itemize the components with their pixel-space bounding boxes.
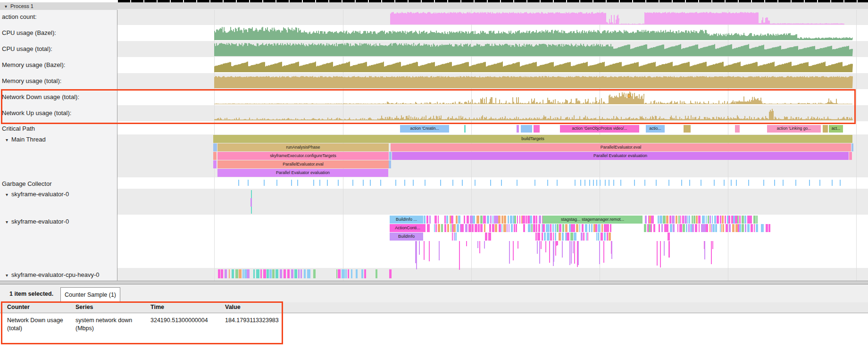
evaluator2-chip[interactable] — [742, 216, 744, 224]
evaluator2-chip[interactable] — [522, 216, 525, 224]
gc-tick[interactable] — [319, 180, 320, 186]
cpu-heavy-chip[interactable] — [263, 269, 266, 278]
gc-tick[interactable] — [634, 180, 635, 186]
cpu-heavy-chip[interactable] — [338, 269, 341, 278]
evaluator2-chip[interactable] — [699, 224, 700, 232]
evaluator2-chip[interactable] — [745, 224, 746, 232]
evaluator2-chip[interactable] — [651, 216, 654, 224]
evaluator2-chip[interactable] — [492, 224, 494, 232]
gc-tick[interactable] — [517, 180, 517, 186]
track-label-main-thread[interactable]: ▾Main Thread — [6, 136, 46, 143]
evaluator2-chip[interactable] — [483, 216, 485, 224]
cpu-heavy-chip[interactable] — [356, 269, 358, 278]
evaluator2-chip[interactable] — [501, 216, 503, 224]
evaluator2-chip[interactable] — [753, 216, 756, 224]
gc-tick[interactable] — [413, 180, 414, 186]
evaluator2-chip[interactable] — [604, 224, 607, 232]
critical-path-slice[interactable]: actio... — [646, 125, 665, 133]
evaluator2-chip[interactable] — [747, 224, 750, 232]
selected-sample-marker[interactable] — [627, 94, 631, 98]
evaluator2-chip[interactable] — [446, 216, 448, 224]
evaluator2-chip[interactable] — [526, 216, 527, 224]
evaluator2-chip[interactable] — [487, 216, 489, 224]
track-label-cpu-usage-total-[interactable]: CPU usage (total): — [2, 45, 52, 52]
main-thread-slice[interactable] — [213, 152, 217, 160]
evaluator2-chip[interactable] — [720, 224, 721, 232]
gc-tick[interactable] — [819, 180, 820, 186]
evaluator2-chip[interactable] — [503, 224, 506, 232]
gc-tick[interactable] — [681, 180, 682, 186]
evaluator2-chip[interactable] — [509, 224, 509, 232]
cpu-heavy-chip[interactable] — [348, 269, 349, 278]
evaluator2-chip[interactable] — [711, 224, 712, 232]
evaluator2-chip[interactable] — [438, 216, 439, 224]
evaluator2-chip[interactable] — [478, 224, 480, 232]
evaluator2-chip[interactable] — [550, 224, 551, 232]
main-thread-slice[interactable]: skyframeExecutor.configureTargets — [217, 152, 389, 160]
evaluator2-chip[interactable] — [519, 216, 520, 224]
cpu-heavy-chip[interactable] — [280, 269, 282, 278]
evaluator2-chip[interactable] — [492, 216, 493, 224]
cpu-heavy-chip[interactable] — [239, 269, 242, 278]
evaluator2-chip[interactable] — [687, 216, 688, 224]
evaluator2-chip[interactable] — [659, 216, 662, 224]
cpu-heavy-chip[interactable] — [267, 269, 269, 278]
evaluator2-chip[interactable] — [456, 216, 458, 224]
gc-tick[interactable] — [452, 180, 453, 186]
critical-path-slice[interactable]: action 'Linking go... — [767, 125, 821, 133]
gc-tick[interactable] — [547, 180, 548, 186]
main-thread-slice[interactable] — [851, 143, 853, 151]
evaluator2-chip[interactable] — [559, 233, 561, 241]
evaluator2-chip[interactable] — [434, 224, 435, 232]
gc-tick[interactable] — [748, 180, 749, 186]
evaluator2-chip[interactable] — [706, 216, 707, 224]
evaluator2-chip[interactable] — [737, 216, 739, 224]
evaluator2-slice[interactable]: ActionConti... — [390, 224, 426, 232]
main-thread-slice[interactable]: runAnalysisPhase — [217, 143, 389, 151]
evaluator2-chip[interactable] — [567, 233, 569, 241]
evaluator2-chip[interactable] — [533, 224, 535, 232]
evaluator2-chip[interactable] — [668, 233, 670, 241]
evaluator2-chip[interactable] — [703, 224, 706, 232]
track-label-memory-usage-bazel-[interactable]: Memory usage (Bazel): — [2, 61, 65, 68]
evaluator2-chip[interactable] — [582, 224, 584, 232]
gc-tick[interactable] — [327, 180, 328, 186]
evaluator2-chip[interactable] — [435, 224, 437, 232]
evaluator2-chip[interactable] — [536, 224, 537, 232]
evaluator2-chip[interactable] — [658, 216, 659, 224]
cpu-heavy-chip[interactable] — [272, 269, 275, 278]
evaluator2-chip[interactable] — [476, 216, 479, 224]
evaluator2-chip[interactable] — [735, 216, 737, 224]
evaluator2-chip[interactable] — [686, 224, 687, 232]
evaluator2-chip[interactable] — [610, 224, 611, 232]
gc-tick[interactable] — [714, 180, 715, 186]
evaluator2-chip[interactable] — [702, 216, 705, 224]
gc-tick[interactable] — [380, 180, 381, 186]
cpu-heavy-chip[interactable] — [389, 269, 392, 278]
track-row-band[interactable] — [117, 268, 868, 281]
cpu-heavy-chip[interactable] — [221, 269, 223, 278]
evaluator2-chip[interactable] — [729, 224, 731, 232]
gc-tick[interactable] — [763, 180, 764, 186]
cpu-heavy-chip[interactable] — [287, 269, 290, 278]
evaluator2-chip[interactable] — [722, 216, 724, 224]
evaluator1-slice[interactable] — [250, 198, 252, 207]
gc-tick[interactable] — [425, 180, 426, 186]
gc-tick[interactable] — [736, 180, 737, 186]
evaluator2-chip[interactable] — [508, 216, 509, 224]
gc-tick[interactable] — [609, 180, 609, 186]
critical-path-slice[interactable] — [521, 125, 532, 133]
evaluator2-chip[interactable] — [607, 224, 609, 232]
evaluator2-chip[interactable] — [659, 224, 660, 232]
evaluator2-chip[interactable] — [546, 224, 549, 232]
cpu-heavy-chip[interactable] — [376, 269, 377, 278]
gc-tick[interactable] — [395, 180, 396, 186]
cpu-heavy-chip[interactable] — [244, 269, 247, 278]
evaluator2-chip[interactable] — [670, 224, 672, 232]
evaluator2-chip[interactable] — [434, 216, 437, 224]
main-thread-slice[interactable]: buildTargets — [213, 135, 852, 143]
evaluator2-chip[interactable] — [455, 233, 456, 241]
evaluator2-chip[interactable] — [511, 224, 513, 232]
evaluator2-chip[interactable] — [768, 224, 770, 232]
evaluator2-chip[interactable] — [679, 224, 682, 232]
